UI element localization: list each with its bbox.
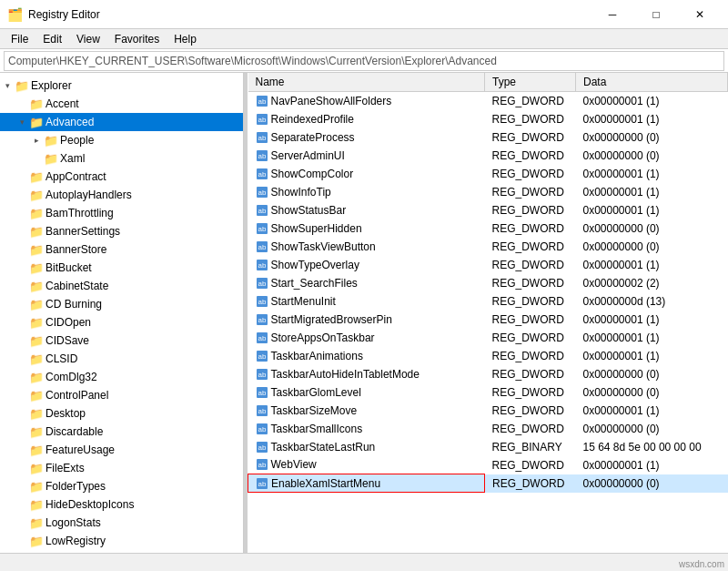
maximize-button[interactable]: □ xyxy=(635,1,677,28)
tree-item-foldertypes[interactable]: 📁 FolderTypes xyxy=(0,477,243,495)
tree-item-controlpanel[interactable]: 📁 ControlPanel xyxy=(0,386,243,404)
reg-name: TaskbarAutoHideInTabletMode xyxy=(271,368,420,381)
tree-item-xaml[interactable]: 📁 Xaml xyxy=(0,149,243,168)
tree-item-accent[interactable]: 📁 Accent xyxy=(0,95,243,113)
tree-item-discardable[interactable]: 📁 Discardable xyxy=(0,423,243,441)
table-row[interactable]: ab StoreAppsOnTaskbar REG_DWORD 0x000000… xyxy=(248,329,728,347)
reg-name: ReindexedProfile xyxy=(271,113,354,126)
cell-data: 0x00000001 (1) xyxy=(576,402,728,420)
cell-name[interactable]: ab ShowSuperHidden xyxy=(248,219,485,238)
cell-name[interactable]: ab ReindexedProfile xyxy=(248,110,485,128)
menu-view[interactable]: View xyxy=(69,29,107,49)
table-row[interactable]: ab WebView REG_DWORD 0x00000001 (1) xyxy=(248,456,728,474)
tree-expander[interactable]: ▾ xyxy=(0,78,15,93)
table-row[interactable]: ab TaskbarAnimations REG_DWORD 0x0000000… xyxy=(248,347,728,365)
table-row[interactable]: ab SeparateProcess REG_DWORD 0x00000000 … xyxy=(248,128,728,147)
tree-item-bannerstore[interactable]: 📁 BannerStore xyxy=(0,240,243,259)
tree-item-cidsave[interactable]: 📁 CIDSave xyxy=(0,331,243,350)
cell-name[interactable]: ab Start_SearchFiles xyxy=(248,274,485,292)
address-path[interactable]: Computer\HKEY_CURRENT_USER\Software\Micr… xyxy=(4,51,724,71)
tree-expander[interactable]: ▾ xyxy=(15,115,29,129)
tree-item-cabinetstate[interactable]: 📁 CabinetState xyxy=(0,277,243,295)
folder-icon: 📁 xyxy=(29,261,44,274)
table-row[interactable]: ab StartMigratedBrowserPin REG_DWORD 0x0… xyxy=(248,311,728,329)
cell-data: 0x00000001 (1) xyxy=(576,201,728,219)
cell-name[interactable]: ab ShowStatusBar xyxy=(248,201,485,219)
table-row[interactable]: ab TaskbarGlomLevel REG_DWORD 0x00000000… xyxy=(248,383,728,402)
table-row[interactable]: ab TaskbarSizeMove REG_DWORD 0x00000001 … xyxy=(248,402,728,420)
tree-item-featureusage[interactable]: 📁 FeatureUsage xyxy=(0,441,243,459)
table-row[interactable]: ab ShowInfoTip REG_DWORD 0x00000001 (1) xyxy=(248,183,728,201)
tree-item-appcontract[interactable]: 📁 AppContract xyxy=(0,168,243,186)
cell-name[interactable]: ab ShowInfoTip xyxy=(248,183,485,201)
menu-favorites[interactable]: Favorites xyxy=(107,29,167,49)
reg-icon: ab xyxy=(256,277,268,290)
tree-item-bannersettings[interactable]: 📁 BannerSettings xyxy=(0,222,243,240)
cell-name[interactable]: ab ServerAdminUI xyxy=(248,147,485,165)
cell-name[interactable]: ab TaskbarSmallIcons xyxy=(248,420,485,438)
table-row[interactable]: ab EnableXamlStartMenu REG_DWORD 0x00000… xyxy=(248,474,728,493)
table-row[interactable]: ab TaskbarAutoHideInTabletMode REG_DWORD… xyxy=(248,365,728,383)
table-row[interactable]: ab StartMenuInit REG_DWORD 0x0000000d (1… xyxy=(248,292,728,311)
tree-item-desktop[interactable]: 📁 Desktop xyxy=(0,404,243,423)
tree-item-autoplayhandlers[interactable]: 📁 AutoplayHandlers xyxy=(0,186,243,204)
cell-name[interactable]: ab EnableXamlStartMenu xyxy=(248,474,485,493)
cell-name[interactable]: ab ShowTaskViewButton xyxy=(248,238,485,256)
cell-name[interactable]: ab StoreAppsOnTaskbar xyxy=(248,329,485,347)
cell-name[interactable]: ab TaskbarSizeMove xyxy=(248,402,485,420)
tree-item-advanced[interactable]: ▾ 📁 Advanced xyxy=(0,113,243,131)
tree-item-bamthrottling[interactable]: 📁 BamThrottling xyxy=(0,204,243,222)
tree-item-explorer[interactable]: ▾ 📁 Explorer xyxy=(0,76,243,95)
tree-item-cd-burning[interactable]: 📁 CD Burning xyxy=(0,295,243,313)
menu-help[interactable]: Help xyxy=(167,29,204,49)
tree-item-hidedesktopicons[interactable]: 📁 HideDesktopIcons xyxy=(0,495,243,514)
cell-name[interactable]: ab TaskbarStateLastRun xyxy=(248,438,485,456)
col-data[interactable]: Data xyxy=(576,73,728,92)
cell-name[interactable]: ab ShowCompColor xyxy=(248,165,485,183)
table-row[interactable]: ab Start_SearchFiles REG_DWORD 0x0000000… xyxy=(248,274,728,292)
table-row[interactable]: ab NavPaneShowAllFolders REG_DWORD 0x000… xyxy=(248,92,728,110)
table-row[interactable]: ab ReindexedProfile REG_DWORD 0x00000001… xyxy=(248,110,728,128)
tree-expander[interactable]: ▸ xyxy=(29,133,44,148)
tree-item-comdlg32[interactable]: 📁 ComDlg32 xyxy=(0,368,243,386)
cell-name[interactable]: ab TaskbarAnimations xyxy=(248,347,485,365)
cell-name[interactable]: ab TaskbarAutoHideInTabletMode xyxy=(248,365,485,383)
tree-item-clsid[interactable]: 📁 CLSID xyxy=(0,350,243,368)
table-row[interactable]: ab TaskbarSmallIcons REG_DWORD 0x0000000… xyxy=(248,420,728,438)
tree-item-bitbucket[interactable]: 📁 BitBucket xyxy=(0,259,243,277)
cell-name[interactable]: ab NavPaneShowAllFolders xyxy=(248,92,485,110)
cell-name[interactable]: ab TaskbarGlomLevel xyxy=(248,383,485,402)
cell-name[interactable]: ab WebView xyxy=(248,456,485,474)
table-row[interactable]: ab ShowTaskViewButton REG_DWORD 0x000000… xyxy=(248,238,728,256)
close-button[interactable]: ✕ xyxy=(679,1,721,28)
table-row[interactable]: ab ShowSuperHidden REG_DWORD 0x00000000 … xyxy=(248,219,728,238)
tree-panel: ▾ 📁 Explorer 📁 Accent ▾ 📁 Advanced ▸ 📁 P… xyxy=(0,73,244,553)
cell-name[interactable]: ab StartMigratedBrowserPin xyxy=(248,311,485,329)
reg-name: TaskbarAnimations xyxy=(271,350,363,362)
table-row[interactable]: ab ShowCompColor REG_DWORD 0x00000001 (1… xyxy=(248,165,728,183)
table-row[interactable]: ab ShowTypeOverlay REG_DWORD 0x00000001 … xyxy=(248,256,728,274)
cell-type: REG_DWORD xyxy=(485,201,576,219)
reg-icon: ab xyxy=(256,441,268,454)
tree-item-logonstats[interactable]: 📁 LogonStats xyxy=(0,514,243,532)
table-row[interactable]: ab TaskbarStateLastRun REG_BINARY 15 64 … xyxy=(248,438,728,456)
cell-name[interactable]: ab SeparateProcess xyxy=(248,128,485,147)
folder-icon: 📁 xyxy=(29,116,44,128)
col-type[interactable]: Type xyxy=(485,73,576,92)
svg-text:ab: ab xyxy=(258,225,266,233)
address-bar: Computer\HKEY_CURRENT_USER\Software\Micr… xyxy=(0,49,728,73)
col-name[interactable]: Name xyxy=(248,73,485,92)
cell-data: 0x00000001 (1) xyxy=(576,311,728,329)
tree-item-people[interactable]: ▸ 📁 People xyxy=(0,131,243,149)
tree-item-lowregistry[interactable]: 📁 LowRegistry xyxy=(0,532,243,550)
menu-file[interactable]: File xyxy=(4,29,35,49)
table-row[interactable]: ab ServerAdminUI REG_DWORD 0x00000000 (0… xyxy=(248,147,728,165)
tree-item-cidopen[interactable]: 📁 CIDOpen xyxy=(0,313,243,331)
tree-item-fileexts[interactable]: 📁 FileExts xyxy=(0,459,243,477)
cell-name[interactable]: ab StartMenuInit xyxy=(248,292,485,311)
main-content: ▾ 📁 Explorer 📁 Accent ▾ 📁 Advanced ▸ 📁 P… xyxy=(0,73,728,553)
cell-name[interactable]: ab ShowTypeOverlay xyxy=(248,256,485,274)
menu-edit[interactable]: Edit xyxy=(35,29,69,49)
table-row[interactable]: ab ShowStatusBar REG_DWORD 0x00000001 (1… xyxy=(248,201,728,219)
minimize-button[interactable]: ─ xyxy=(592,1,633,28)
